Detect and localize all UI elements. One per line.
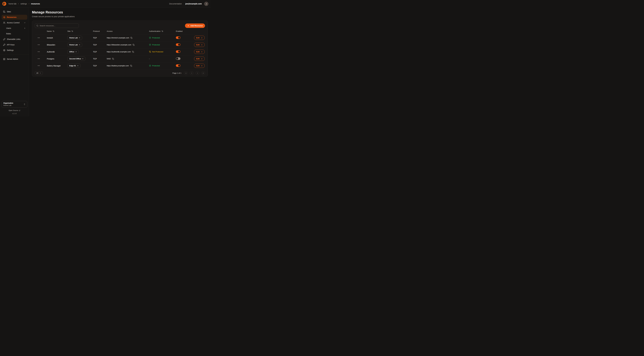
search-input[interactable] bbox=[40, 25, 77, 27]
enabled-toggle[interactable] bbox=[176, 64, 180, 67]
authentication-status: Protected bbox=[149, 44, 176, 46]
resource-name: Bitwarden bbox=[47, 44, 68, 46]
toggle-knob bbox=[178, 64, 180, 66]
page-size-select[interactable]: 20 bbox=[35, 71, 43, 75]
authentication-label: - bbox=[149, 58, 150, 60]
open-source-link[interactable]: Open Source bbox=[2, 110, 27, 112]
chevron-separator-icon bbox=[28, 3, 30, 5]
edit-button[interactable]: Edit bbox=[194, 64, 204, 68]
sidebar-item-label: Settings bbox=[7, 49, 14, 51]
enabled-toggle[interactable] bbox=[176, 50, 180, 53]
copy-icon[interactable] bbox=[130, 65, 132, 67]
combine-icon bbox=[3, 10, 5, 13]
users-icon bbox=[3, 22, 5, 24]
sidebar-item-access-control[interactable]: Access Control bbox=[2, 20, 27, 25]
next-page-button[interactable] bbox=[196, 71, 199, 75]
copy-icon[interactable] bbox=[112, 58, 114, 60]
table-row: ⋯ Bitwarden Home Lab TCP https://bitward… bbox=[35, 41, 205, 48]
resource-name: Immich bbox=[47, 37, 68, 39]
arrow-up-right-icon bbox=[75, 51, 77, 52]
row-menu-button[interactable]: ⋯ bbox=[37, 57, 41, 60]
breadcrumb-settings[interactable]: settings bbox=[20, 3, 27, 5]
row-menu-button[interactable]: ⋯ bbox=[37, 64, 41, 68]
documentation-link[interactable]: Documentation bbox=[169, 3, 182, 5]
add-resource-label: Add Resource bbox=[190, 25, 203, 27]
sidebar-item-resources[interactable]: Resources bbox=[2, 15, 27, 20]
arrow-right-icon bbox=[201, 65, 202, 67]
edit-button[interactable]: Edit bbox=[194, 50, 204, 54]
chevron-right-icon bbox=[24, 27, 26, 29]
gear-icon bbox=[3, 49, 5, 52]
column-header-site[interactable]: Site bbox=[68, 30, 93, 32]
copy-icon[interactable] bbox=[132, 51, 134, 53]
enabled-toggle[interactable] bbox=[176, 43, 180, 46]
copy-icon[interactable] bbox=[133, 44, 134, 46]
authentication-status: Protected bbox=[149, 65, 176, 67]
sidebar-item-users[interactable]: Users bbox=[2, 26, 27, 30]
breadcrumb-org[interactable]: home-lab bbox=[8, 3, 16, 5]
resource-protocol: TCP bbox=[93, 65, 107, 67]
sidebar-item-label: Server Admin bbox=[7, 58, 18, 60]
table-header: Name Site Protocol Access Authentication… bbox=[35, 28, 205, 34]
site-link[interactable]: Home Lab bbox=[68, 36, 82, 40]
ellipsis-icon: ⋯ bbox=[38, 44, 40, 46]
pagination: 20 Page 1 of 1 bbox=[32, 69, 208, 75]
organization-value: Home Lab bbox=[3, 104, 24, 106]
arrow-right-icon bbox=[201, 51, 202, 53]
main-content: Manage Resources Create secure proxies t… bbox=[29, 8, 210, 116]
enabled-toggle[interactable] bbox=[176, 36, 180, 39]
ellipsis-icon: ⋯ bbox=[38, 36, 40, 39]
column-header-enabled: Enabled bbox=[176, 30, 194, 32]
sidebar-item-label: Users bbox=[6, 27, 11, 29]
sidebar-item-roles[interactable]: Roles bbox=[2, 31, 27, 36]
sidebar-item-server-admin[interactable]: Server Admin bbox=[2, 57, 27, 62]
edit-button[interactable]: Edit bbox=[194, 43, 204, 47]
resources-card: Add Resource Name Site Protocol Access A… bbox=[32, 20, 208, 76]
add-resource-button[interactable]: Add Resource bbox=[185, 24, 205, 28]
arrow-up-right-icon bbox=[82, 58, 84, 60]
avatar[interactable]: J bbox=[204, 2, 208, 6]
organization-selector[interactable]: Organization Home Lab bbox=[2, 101, 27, 108]
arrow-up-right-icon bbox=[79, 44, 80, 46]
toggle-knob bbox=[178, 37, 180, 39]
sidebar-item-shareable-links[interactable]: Shareable Links bbox=[2, 37, 27, 42]
edit-button[interactable]: Edit bbox=[194, 57, 204, 61]
arrow-right-icon bbox=[201, 44, 202, 46]
row-menu-button[interactable]: ⋯ bbox=[37, 43, 41, 46]
access-value: https://battery.example.com bbox=[107, 65, 129, 67]
user-email-menu[interactable]: joe@example.com bbox=[185, 3, 202, 5]
site-link[interactable]: Home Lab bbox=[68, 43, 82, 47]
chevron-separator-icon bbox=[18, 3, 19, 5]
table-row: ⋯ Postgres Second Office TCP 5432 - bbox=[35, 55, 205, 62]
arrow-right-icon bbox=[201, 58, 202, 60]
edit-button[interactable]: Edit bbox=[194, 36, 204, 40]
sidebar-item-api-keys[interactable]: API Keys bbox=[2, 42, 27, 47]
enabled-toggle[interactable] bbox=[176, 57, 180, 60]
pangolin-logo[interactable] bbox=[2, 2, 6, 6]
first-page-button[interactable] bbox=[184, 71, 188, 75]
sidebar-item-sites[interactable]: Sites bbox=[2, 9, 27, 14]
row-menu-button[interactable]: ⋯ bbox=[37, 50, 41, 54]
arrow-right-icon bbox=[201, 37, 202, 39]
previous-page-button[interactable] bbox=[190, 71, 194, 75]
sidebar-item-settings[interactable]: Settings bbox=[2, 48, 27, 52]
authentication-label: Protected bbox=[152, 65, 160, 67]
resource-name: Battery Manager bbox=[47, 65, 68, 67]
site-link[interactable]: Edge 01 bbox=[68, 64, 80, 68]
edit-label: Edit bbox=[196, 44, 200, 46]
copy-icon[interactable] bbox=[130, 37, 132, 39]
sidebar-item-label: Shareable Links bbox=[7, 38, 20, 40]
shield-check-icon bbox=[149, 37, 151, 39]
topbar: home-lab settings resources Documentatio… bbox=[0, 0, 210, 8]
external-link-icon bbox=[19, 110, 20, 111]
column-header-authentication[interactable]: Authentication bbox=[149, 30, 176, 32]
breadcrumb-resources[interactable]: resources bbox=[31, 3, 40, 5]
row-menu-button[interactable]: ⋯ bbox=[37, 36, 41, 40]
open-source-label: Open Source bbox=[8, 110, 18, 112]
site-link[interactable]: Office bbox=[68, 50, 79, 54]
column-header-name[interactable]: Name bbox=[47, 30, 68, 32]
site-link[interactable]: Second Office bbox=[68, 57, 86, 61]
table-row: ⋯ Authentik Office TCP https://authentik… bbox=[35, 48, 205, 55]
waypoints-icon bbox=[3, 16, 5, 18]
last-page-button[interactable] bbox=[202, 71, 205, 75]
